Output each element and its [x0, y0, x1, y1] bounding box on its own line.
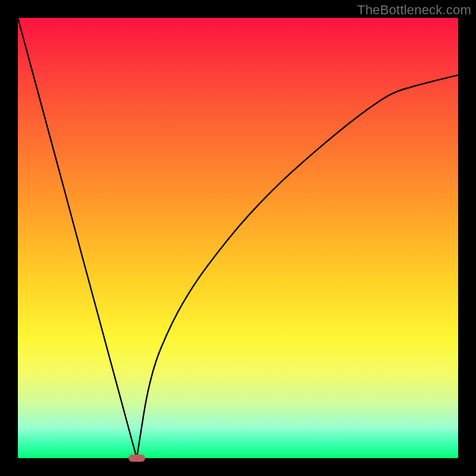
min-marker	[129, 455, 145, 462]
watermark-text: TheBottleneck.com	[357, 2, 471, 18]
plot-area	[18, 18, 458, 458]
